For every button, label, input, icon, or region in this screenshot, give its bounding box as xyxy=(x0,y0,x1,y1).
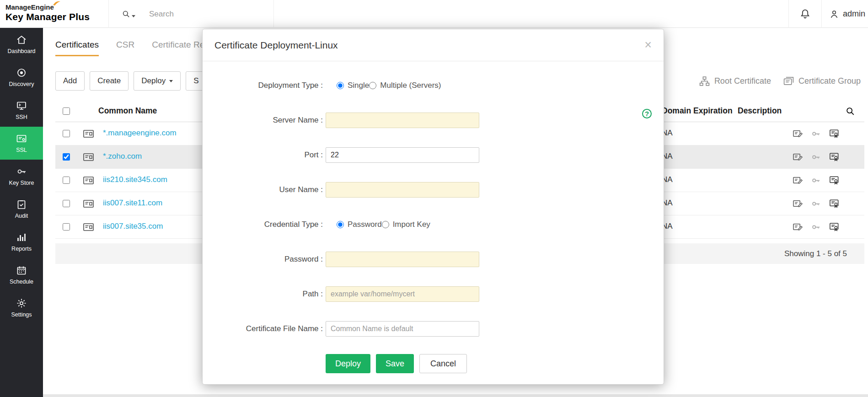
add-button[interactable]: Add xyxy=(55,71,85,91)
credential-password-radio[interactable] xyxy=(337,221,344,228)
row-checkbox[interactable] xyxy=(63,130,70,137)
sidebar-item-discovery[interactable]: Discovery xyxy=(0,61,43,94)
row-checkbox[interactable] xyxy=(63,223,70,231)
certificate-file-name-row: Certificate File Name : xyxy=(203,320,664,338)
help-icon[interactable]: ? xyxy=(642,109,652,118)
key-icon[interactable] xyxy=(811,152,821,162)
username-input[interactable] xyxy=(326,182,479,198)
horizontal-scrollbar[interactable] xyxy=(43,394,868,397)
certificate-row-icon xyxy=(83,176,94,185)
brand-swoosh-icon xyxy=(52,0,61,6)
key-icon[interactable] xyxy=(811,198,821,209)
sidebar-item-key-store[interactable]: Key Store xyxy=(0,160,43,193)
sidebar-item-dashboard[interactable]: Dashboard xyxy=(0,28,43,61)
password-label: Password : xyxy=(203,255,323,264)
ssh-terminal-icon xyxy=(16,100,27,111)
user-menu[interactable]: admin xyxy=(822,9,868,19)
sidebar-item-ssh[interactable]: SSH xyxy=(0,94,43,127)
sidebar-item-ssl[interactable]: SSL xyxy=(0,127,43,160)
edit-certificate-icon[interactable] xyxy=(793,175,803,186)
row-checkbox[interactable] xyxy=(63,153,70,161)
showing-count: Showing 1 - 5 of 5 xyxy=(784,249,847,258)
sidebar: Dashboard Discovery SSH SSL Key Store Au… xyxy=(0,28,43,397)
search-icon xyxy=(122,10,130,18)
ssl-certificate-icon xyxy=(16,133,27,144)
column-description[interactable]: Description xyxy=(738,106,782,116)
column-common-name[interactable]: Common Name xyxy=(98,106,157,116)
modal-cancel-button[interactable]: Cancel xyxy=(419,354,467,373)
edit-certificate-icon[interactable] xyxy=(793,152,803,162)
root-certificate-icon xyxy=(699,75,710,87)
edit-certificate-icon[interactable] xyxy=(793,129,803,139)
select-all-checkbox[interactable] xyxy=(63,107,70,115)
certificate-group-label: Certificate Group xyxy=(798,76,861,86)
edit-certificate-icon[interactable] xyxy=(793,198,803,209)
certificate-details-icon[interactable] xyxy=(829,222,840,232)
table-search-icon[interactable] xyxy=(845,106,855,116)
notifications-button[interactable] xyxy=(788,0,822,28)
row-actions xyxy=(793,129,840,139)
certificate-details-icon[interactable] xyxy=(829,152,840,162)
credential-import-key-label: Import Key xyxy=(393,220,430,229)
deployment-multiple-radio[interactable] xyxy=(369,82,376,89)
modal-deploy-button[interactable]: Deploy xyxy=(326,354,370,373)
path-input[interactable] xyxy=(326,286,479,302)
tab-csr[interactable]: CSR xyxy=(116,40,134,56)
sidebar-item-label: Schedule xyxy=(10,279,33,285)
schedule-icon xyxy=(16,265,27,276)
sidebar-item-audit[interactable]: Audit xyxy=(0,193,43,225)
brand-line2: Key Manager Plus xyxy=(5,11,90,22)
deployment-type-label: Deployment Type : xyxy=(203,81,323,90)
credential-password-label: Password xyxy=(348,220,382,229)
certificate-file-name-input[interactable] xyxy=(326,321,479,337)
key-icon[interactable] xyxy=(811,222,821,232)
discovery-icon xyxy=(16,67,27,78)
edit-certificate-icon[interactable] xyxy=(793,222,803,232)
credential-type-radio-group: Password Import Key xyxy=(337,220,430,229)
search-scope-caret-icon[interactable] xyxy=(132,15,135,17)
credential-import-key-radio[interactable] xyxy=(382,221,389,228)
deploy-dropdown-button[interactable]: Deploy xyxy=(134,71,181,91)
notifications-icon xyxy=(799,8,811,20)
search-placeholder: Search xyxy=(149,10,174,19)
certificate-name-link[interactable]: *.manageengine.com xyxy=(103,129,177,138)
password-input[interactable] xyxy=(326,252,479,267)
path-label: Path : xyxy=(203,290,323,299)
root-certificate-link[interactable]: Root Certificate xyxy=(699,75,771,87)
server-name-label: Server Name : xyxy=(203,116,323,125)
modal-save-button[interactable]: Save xyxy=(376,354,414,373)
close-icon[interactable]: × xyxy=(644,39,652,51)
brand-logo: ManageEngine Key Manager Plus xyxy=(5,3,90,22)
sidebar-item-reports[interactable]: Reports xyxy=(0,225,43,258)
sidebar-item-label: Reports xyxy=(11,246,32,252)
certificate-name-link[interactable]: iis007.site11.com xyxy=(103,198,162,208)
deployment-single-radio[interactable] xyxy=(337,82,344,89)
password-row: Password : xyxy=(203,251,664,268)
key-icon[interactable] xyxy=(811,129,821,139)
sidebar-item-schedule[interactable]: Schedule xyxy=(0,258,43,291)
key-icon[interactable] xyxy=(811,175,821,186)
certificate-deployment-modal: Certificate Deployment-Linux × ? Deploym… xyxy=(202,29,664,385)
certificate-details-icon[interactable] xyxy=(829,175,840,186)
certificate-details-icon[interactable] xyxy=(829,198,840,209)
certificate-group-link[interactable]: Certificate Group xyxy=(783,75,861,87)
certificate-name-link[interactable]: iis210.site345.com xyxy=(103,175,167,184)
tab-certificates[interactable]: Certificates xyxy=(55,40,99,56)
global-search-input[interactable]: Search xyxy=(108,0,274,28)
quick-links: Root Certificate Certificate Group xyxy=(699,75,861,87)
server-name-input[interactable] xyxy=(326,113,479,128)
create-button[interactable]: Create xyxy=(90,71,129,91)
certificate-name-link[interactable]: iis007.site35.com xyxy=(103,222,163,231)
certificate-name-link[interactable]: *.zoho.com xyxy=(103,152,142,161)
port-input[interactable] xyxy=(326,147,479,163)
certificate-details-icon[interactable] xyxy=(829,129,840,139)
user-icon xyxy=(829,9,839,19)
row-checkbox[interactable] xyxy=(63,200,70,207)
row-checkbox[interactable] xyxy=(63,177,70,184)
modal-header: Certificate Deployment-Linux × xyxy=(203,29,664,61)
credential-type-label: Credential Type : xyxy=(203,220,323,229)
column-domain-expiration[interactable]: Domain Expiration xyxy=(662,106,733,116)
certificate-row-icon xyxy=(83,129,94,139)
sidebar-item-settings[interactable]: Settings xyxy=(0,291,43,324)
certificate-file-name-label: Certificate File Name : xyxy=(203,324,323,333)
